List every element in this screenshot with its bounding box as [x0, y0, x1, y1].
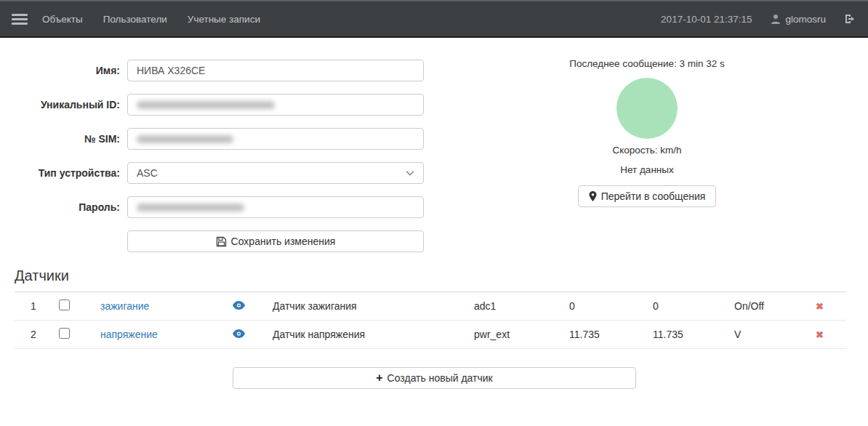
user-icon: [771, 14, 781, 24]
sensor-name-link[interactable]: зажигание: [100, 300, 149, 312]
logout-button[interactable]: [845, 14, 856, 24]
device-type-select[interactable]: ASC: [127, 162, 424, 184]
last-message-text: Последнее сообщение: 3 min 32 s: [556, 58, 738, 69]
sensor-raw-value: 0: [647, 300, 727, 312]
sensors-section: Датчики 1 зажигание Датчик зажигания adc…: [15, 268, 846, 389]
visibility-eye-icon[interactable]: [233, 301, 245, 310]
sensor-value: 0: [563, 300, 647, 312]
sensor-row-1: 1 зажигание Датчик зажигания adc1 0 0 On…: [15, 292, 846, 321]
password-field[interactable]: [127, 196, 424, 218]
create-sensor-button[interactable]: + Создать новый датчик: [233, 367, 636, 389]
password-field-label: Пароль:: [11, 201, 120, 213]
sensor-description: Датчик напряжения: [262, 329, 465, 340]
sensor-param: adc1: [465, 300, 563, 312]
delete-sensor-icon[interactable]: ✖: [816, 301, 824, 312]
chevron-down-icon: [406, 170, 414, 176]
redacted-value: [137, 204, 244, 212]
goto-messages-label: Перейти в сообщения: [601, 190, 706, 202]
unique-id-field[interactable]: [127, 94, 424, 116]
hamburger-menu-icon[interactable]: [12, 14, 28, 25]
save-floppy-icon: [216, 236, 227, 247]
sensor-units: On/Off: [727, 300, 807, 312]
top-navbar: Объекты Пользователи Учетные записи 2017…: [0, 0, 868, 38]
sensor-index: 2: [15, 329, 51, 340]
sensor-raw-value: 11.735: [647, 329, 727, 340]
sensor-value: 11.735: [563, 329, 647, 340]
delete-sensor-icon[interactable]: ✖: [816, 329, 824, 340]
device-form: Имя: Уникальный ID: № SIM: Тип устройств…: [11, 60, 424, 252]
save-changes-button[interactable]: Сохранить изменения: [127, 230, 424, 252]
speed-text: Скорость: km/h: [556, 145, 738, 156]
save-changes-label: Сохранить изменения: [231, 236, 336, 247]
name-field[interactable]: [127, 60, 424, 81]
sensor-description: Датчик зажигания: [262, 300, 465, 312]
sensor-index: 1: [15, 300, 51, 312]
device-type-field-label: Тип устройства:: [11, 167, 120, 179]
nav-item-accounts[interactable]: Учетные записи: [188, 14, 260, 25]
main-menu: Объекты Пользователи Учетные записи: [42, 14, 260, 25]
status-indicator-circle: [616, 78, 678, 139]
sim-field-label: № SIM:: [11, 133, 120, 145]
sensor-row-2: 2 напряжение Датчик напряжения pwr_ext 1…: [15, 321, 846, 349]
current-datetime: 2017-10-01 21:37:15: [661, 14, 752, 25]
nav-item-users[interactable]: Пользователи: [103, 14, 167, 25]
visibility-eye-icon[interactable]: [233, 329, 245, 338]
create-sensor-label: Создать новый датчик: [387, 372, 493, 384]
username-label: glomosru: [785, 14, 826, 25]
logout-icon: [845, 14, 856, 24]
device-type-value: ASC: [137, 167, 158, 179]
sensor-checkbox[interactable]: [59, 328, 70, 339]
redacted-value: [137, 101, 275, 109]
user-menu[interactable]: glomosru: [771, 14, 826, 25]
sensor-param: pwr_ext: [465, 329, 563, 340]
sim-field[interactable]: [127, 128, 424, 150]
sensor-units: V: [727, 329, 807, 340]
unique-id-field-label: Уникальный ID:: [11, 99, 120, 110]
device-status-panel: Последнее сообщение: 3 min 32 s Скорость…: [556, 58, 738, 207]
name-field-label: Имя:: [11, 65, 120, 76]
map-marker-icon: [589, 191, 597, 201]
sensor-name-link[interactable]: напряжение: [100, 329, 158, 340]
redacted-value: [137, 135, 233, 143]
nav-item-objects[interactable]: Объекты: [42, 14, 83, 25]
sensors-title: Датчики: [15, 268, 846, 292]
plus-icon: +: [376, 371, 382, 385]
no-data-text: Нет данных: [556, 164, 738, 175]
sensor-checkbox[interactable]: [59, 300, 70, 310]
goto-messages-button[interactable]: Перейти в сообщения: [578, 185, 717, 207]
